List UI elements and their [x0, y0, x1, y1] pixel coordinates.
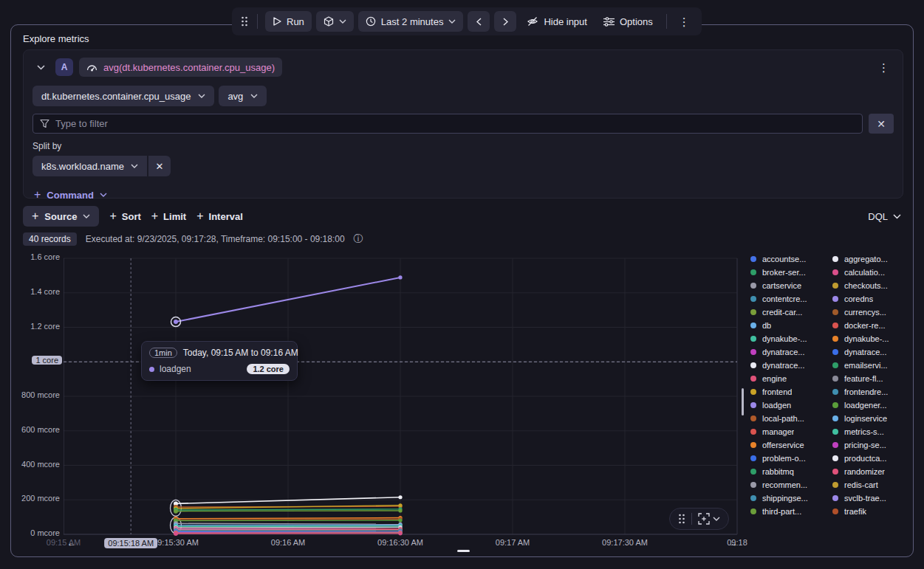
legend-item[interactable]: docker-re... — [832, 319, 911, 332]
toolbar-drag-handle[interactable] — [239, 16, 250, 27]
legend-item[interactable]: offerservice — [750, 438, 829, 452]
chart-drag-handle[interactable] — [677, 514, 687, 524]
toolbar-divider — [257, 14, 258, 29]
legend-item[interactable]: local-path... — [750, 412, 829, 425]
legend-item[interactable]: randomizer — [832, 465, 911, 478]
info-icon[interactable]: ⓘ — [354, 232, 363, 246]
legend-item[interactable]: redis-cart — [832, 478, 911, 492]
legend-item[interactable]: problem-o... — [750, 452, 829, 465]
legend-item[interactable]: loadgener... — [832, 399, 911, 412]
play-icon — [273, 17, 281, 26]
legend-item[interactable]: dynakube-... — [750, 332, 829, 345]
legend-scrollbar-thumb[interactable] — [742, 388, 744, 415]
legend-item[interactable]: broker-ser... — [750, 266, 829, 279]
options-button[interactable]: Options — [598, 11, 659, 32]
legend-item[interactable]: calculatio... — [832, 266, 911, 279]
legend-item[interactable]: currencys... — [832, 306, 911, 319]
query-more-menu[interactable]: ⋮ — [874, 61, 894, 75]
legend-item[interactable]: manager — [750, 425, 829, 438]
legend-item[interactable]: traefik — [832, 505, 911, 518]
legend-item[interactable]: third-part... — [750, 505, 829, 518]
add-interval-button[interactable]: + Interval — [196, 210, 243, 223]
legend-item[interactable]: aggregato... — [832, 252, 911, 266]
line-chart-canvas[interactable] — [64, 254, 742, 542]
legend-item[interactable]: loadgen — [750, 399, 829, 412]
timeframe-selector[interactable]: Last 2 minutes — [358, 11, 464, 32]
timeframe-label: Last 2 minutes — [381, 16, 444, 27]
add-limit-button[interactable]: + Limit — [151, 210, 186, 223]
metric-dropdown[interactable]: dt.kubernetes.container.cpu_usage — [32, 86, 214, 106]
add-command-button[interactable]: + Command — [32, 187, 109, 203]
tooltip-series-name: loadgen — [160, 364, 191, 374]
legend-item[interactable]: db — [750, 319, 829, 332]
legend-item[interactable]: contentcre... — [750, 292, 829, 306]
legend-series-dot — [832, 455, 838, 461]
aggregation-dropdown[interactable]: avg — [219, 86, 267, 106]
legend-series-dot — [832, 296, 838, 302]
legend-item[interactable]: dynakube-... — [832, 332, 911, 345]
legend-item[interactable]: dynatrace... — [832, 345, 911, 359]
legend-item[interactable]: loginservice — [832, 412, 911, 425]
legend-item[interactable]: emailservi... — [832, 359, 911, 372]
legend-series-label: pricing-se... — [844, 441, 886, 449]
timeframe-prev-button[interactable] — [468, 11, 490, 32]
legend-series-dot — [750, 362, 756, 368]
legend-series-dot — [750, 323, 756, 328]
legend-series-label: loadgener... — [844, 401, 887, 410]
legend-item[interactable]: frontendre... — [832, 385, 911, 399]
y-axis-tick: 400 mcore — [21, 460, 60, 469]
legend-series-label: third-part... — [762, 507, 801, 516]
x-axis-tick[interactable]: 09:15:18 AM — [104, 538, 157, 548]
sliders-icon — [603, 17, 615, 27]
legend-item[interactable]: recommen... — [750, 478, 829, 492]
legend-item[interactable]: cartservice — [750, 279, 829, 292]
legend-item[interactable]: dynatrace... — [750, 345, 829, 359]
filter-input[interactable] — [55, 118, 855, 129]
legend-series-label: accountse... — [762, 255, 806, 263]
query-section-badge: A — [55, 58, 73, 76]
hide-input-button[interactable]: Hide input — [521, 11, 593, 32]
legend-series-dot — [750, 309, 756, 315]
legend-series-dot — [832, 429, 838, 435]
legend-series-label: manager — [762, 427, 794, 436]
app-selector-button[interactable] — [316, 11, 354, 32]
legend-item[interactable]: shippingse... — [750, 492, 829, 505]
legend-series-dot — [750, 376, 756, 382]
dql-toggle-button[interactable]: DQL — [868, 211, 901, 222]
legend-series-dot — [750, 349, 756, 355]
add-source-button[interactable]: + Source — [23, 206, 99, 227]
toolbar-more-menu[interactable]: ⋮ — [674, 15, 694, 29]
remove-split-by-button[interactable]: ✕ — [148, 156, 171, 176]
legend-series-label: dynakube-... — [762, 334, 807, 343]
legend-series-label: feature-fl... — [844, 374, 883, 383]
legend-item[interactable]: credit-car... — [750, 306, 829, 319]
legend-item[interactable]: checkouts... — [832, 279, 911, 292]
collapse-section-button[interactable] — [32, 59, 49, 76]
legend-item[interactable]: svclb-trae... — [832, 492, 911, 505]
split-by-dropdown[interactable]: k8s.workload.name — [32, 156, 147, 176]
pan-left-arrow-icon[interactable]: ← — [67, 538, 76, 548]
legend-series-dot — [750, 482, 756, 488]
timeframe-next-button[interactable] — [494, 11, 516, 32]
add-sort-button[interactable]: + Sort — [109, 210, 140, 223]
metric-expression-chip[interactable]: avg(dt.kubernetes.container.cpu_usage) — [79, 58, 282, 77]
legend-item[interactable]: metrics-s... — [832, 425, 911, 438]
legend-item[interactable]: dynatrace... — [750, 359, 829, 372]
legend-series-label: svclb-trae... — [844, 494, 886, 503]
pan-right-arrow-icon[interactable]: → — [729, 538, 738, 548]
legend-item[interactable]: pricing-se... — [832, 438, 911, 452]
legend-item[interactable]: coredns — [832, 292, 911, 306]
legend-item[interactable]: productca... — [832, 452, 911, 465]
legend-item[interactable]: rabbitmq — [750, 465, 829, 478]
clear-filter-button[interactable]: ✕ — [869, 114, 894, 134]
run-button[interactable]: Run — [265, 11, 312, 32]
y-axis-tick[interactable]: 1 core — [32, 356, 62, 365]
legend-item[interactable]: engine — [750, 372, 829, 385]
legend-item[interactable]: feature-fl... — [832, 372, 911, 385]
legend-series-label: frontendre... — [844, 387, 888, 396]
chart-resize-handle[interactable] — [457, 550, 470, 552]
legend-item[interactable]: accountse... — [750, 252, 829, 266]
legend-series-label: local-path... — [762, 414, 804, 423]
legend-item[interactable]: frontend — [750, 385, 829, 399]
zoom-mode-button[interactable] — [697, 513, 722, 525]
